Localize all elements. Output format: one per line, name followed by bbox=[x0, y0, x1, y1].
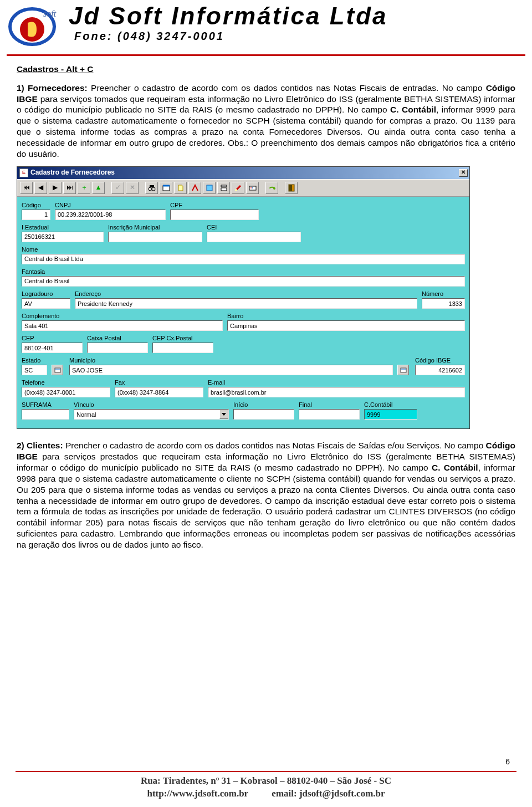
input-complemento[interactable] bbox=[22, 320, 223, 331]
svg-rect-14 bbox=[289, 185, 292, 191]
input-fax[interactable] bbox=[115, 387, 203, 397]
para2-t1: Prencher o cadastro de acordo com os dad… bbox=[63, 441, 486, 450]
label-fax: Fax bbox=[115, 379, 203, 386]
input-iestadual[interactable] bbox=[22, 232, 104, 242]
label-final: Final bbox=[299, 401, 360, 408]
para2-lead: 2) Clientes: bbox=[17, 441, 63, 450]
lookup-icon bbox=[400, 367, 407, 374]
toolbar-tool3-button[interactable] bbox=[188, 182, 201, 194]
toolbar-next-button[interactable]: ▶ bbox=[49, 182, 62, 194]
para1-lead: 1) Fornecedores: bbox=[17, 83, 88, 93]
svg-rect-15 bbox=[55, 368, 60, 372]
input-nome[interactable] bbox=[22, 254, 465, 264]
svg-point-10 bbox=[250, 187, 252, 188]
svg-rect-5 bbox=[150, 185, 154, 187]
toolbar-tool2-button[interactable] bbox=[174, 182, 187, 194]
input-estado[interactable] bbox=[22, 365, 47, 375]
toolbar-tool6-button[interactable] bbox=[232, 182, 244, 194]
label-bairro: Bairro bbox=[227, 312, 465, 320]
input-inicio[interactable] bbox=[233, 409, 294, 420]
footer-divider bbox=[16, 771, 516, 772]
label-complemento: Complemento bbox=[22, 312, 223, 320]
label-logradouro: Logradouro bbox=[22, 290, 70, 298]
company-phone: Fone: (048) 3247-0001 bbox=[74, 30, 525, 43]
input-fantasia[interactable] bbox=[22, 276, 465, 287]
window-titlebar: E Cadastro de Fornecedores ✕ bbox=[17, 167, 469, 179]
toolbar-tool4-button[interactable] bbox=[203, 182, 216, 194]
input-email[interactable] bbox=[208, 387, 465, 397]
input-codigoibge[interactable] bbox=[415, 365, 465, 375]
para1-t1: Preencher o cadastro de acordo com os da… bbox=[88, 83, 486, 93]
svg-point-4 bbox=[152, 187, 155, 191]
input-inscmun[interactable] bbox=[108, 232, 202, 242]
label-cei: CEI bbox=[207, 223, 301, 231]
toolbar-last-button[interactable]: ⏭ bbox=[63, 182, 76, 194]
form-body: Código CNPJ CPF I.Estadual In bbox=[17, 197, 469, 429]
svg-point-11 bbox=[252, 187, 253, 188]
label-nome: Nome bbox=[22, 246, 465, 253]
para2-t3: , informar 9998 para que o sistema cadas… bbox=[17, 463, 515, 549]
page-body: Cadastros - Alt + C 1) Fornecedores: Pre… bbox=[0, 56, 532, 560]
label-fantasia: Fantasia bbox=[22, 268, 465, 275]
para1-b2: C. Contábil bbox=[390, 105, 436, 114]
toolbar-prev-button[interactable]: ◀ bbox=[34, 182, 47, 194]
input-municipio[interactable] bbox=[69, 365, 393, 375]
logo-icon: soft bbox=[4, 4, 60, 51]
window-title: Cadastro de Fornecedores bbox=[30, 168, 115, 177]
toolbar-search-button[interactable] bbox=[145, 182, 158, 194]
label-endereco: Endereço bbox=[75, 290, 417, 298]
section-title: Cadastros - Alt + C bbox=[17, 64, 515, 75]
toolbar-tool1-button[interactable] bbox=[160, 182, 172, 194]
input-endereco[interactable] bbox=[75, 298, 417, 309]
paragraph-clientes: 2) Clientes: Prencher o cadastro de acor… bbox=[17, 440, 515, 550]
company-name: Jd Soft Informática Ltda bbox=[69, 3, 525, 29]
svg-rect-7 bbox=[207, 185, 212, 191]
toolbar-cancel-button[interactable]: ✕ bbox=[126, 182, 139, 194]
input-caixapostal[interactable] bbox=[87, 343, 148, 353]
toolbar-confirm-button[interactable]: ✓ bbox=[111, 182, 124, 194]
input-ccontabil[interactable] bbox=[364, 409, 417, 420]
binoculars-icon bbox=[148, 184, 156, 192]
input-cepcxpostal[interactable] bbox=[152, 343, 213, 353]
footer-address: Rua: Tiradentes, nº 31 – Kobrasol – 8810… bbox=[0, 775, 532, 788]
label-codigo: Código bbox=[22, 201, 50, 209]
toolbar-exit-button[interactable] bbox=[285, 182, 298, 194]
input-suframa[interactable] bbox=[22, 409, 69, 420]
toolbar-tool5-button[interactable] bbox=[217, 182, 230, 194]
input-telefone[interactable] bbox=[22, 387, 110, 397]
toolbar-tool7-button[interactable] bbox=[246, 182, 259, 194]
municipio-lookup-button[interactable] bbox=[397, 365, 409, 375]
toolbar-add-button[interactable]: ＋ bbox=[78, 182, 90, 194]
window-close-button[interactable]: ✕ bbox=[459, 169, 468, 177]
input-logradouro[interactable] bbox=[22, 298, 70, 309]
lookup-icon bbox=[54, 367, 61, 374]
svg-rect-16 bbox=[401, 368, 406, 372]
paragraph-fornecedores: 1) Fornecedores: Preencher o cadastro de… bbox=[17, 83, 515, 160]
toolbar-first-button[interactable]: ⏮ bbox=[20, 182, 33, 194]
page-number: 6 bbox=[505, 757, 510, 766]
input-vinculo[interactable] bbox=[74, 409, 229, 420]
label-email: E-mail bbox=[208, 379, 465, 386]
input-final[interactable] bbox=[299, 409, 360, 420]
input-bairro[interactable] bbox=[227, 320, 465, 331]
input-cnpj[interactable] bbox=[55, 210, 166, 220]
input-cpf[interactable] bbox=[170, 210, 259, 220]
toolbar-remove-button[interactable]: ▲ bbox=[92, 182, 105, 194]
footer-email: email: jdsoft@jdsoft.com.br bbox=[272, 788, 385, 799]
label-inicio: Início bbox=[233, 401, 294, 408]
input-cep[interactable] bbox=[22, 343, 83, 353]
vinculo-dropdown-button[interactable] bbox=[219, 410, 228, 419]
input-numero[interactable] bbox=[422, 298, 465, 309]
label-suframa: SUFRAMA bbox=[22, 401, 69, 408]
label-cnpj: CNPJ bbox=[55, 201, 166, 209]
label-municipio: Município bbox=[69, 356, 393, 364]
estado-lookup-button[interactable] bbox=[52, 365, 63, 375]
label-iestadual: I.Estadual bbox=[22, 223, 104, 231]
page-header: soft Jd Soft Informática Ltda Fone: (048… bbox=[0, 0, 532, 54]
label-cepcx: CEP Cx.Postal bbox=[152, 334, 213, 342]
toolbar-tool8-button[interactable] bbox=[265, 182, 278, 194]
label-cep: CEP bbox=[22, 334, 83, 342]
input-cei[interactable] bbox=[207, 232, 301, 242]
input-codigo[interactable] bbox=[22, 210, 50, 220]
svg-point-8 bbox=[235, 189, 237, 191]
